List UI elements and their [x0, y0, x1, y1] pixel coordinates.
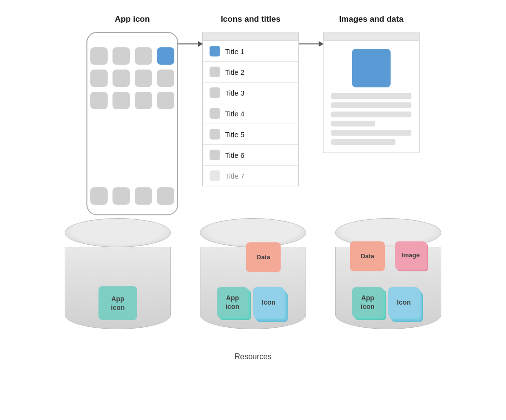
- list-icon-6: [210, 150, 220, 160]
- cylinder-2-contents: Appicon Icon: [200, 287, 306, 322]
- app-icon-9: [90, 92, 108, 109]
- list-header-bar: [203, 32, 298, 41]
- arrow-line-2: [299, 43, 323, 44]
- cylinder-1-contents: Appicon: [65, 286, 170, 320]
- app-icon-2: [112, 47, 130, 65]
- cylinder-1-body: Appicon: [65, 247, 171, 329]
- arrow-1: [178, 43, 202, 44]
- list-icon-7: [210, 170, 220, 181]
- list-label-6: Title 6: [225, 151, 244, 159]
- cylinder-2-wrapper: Data Appicon: [200, 233, 306, 344]
- app-icon-4-active: [157, 47, 174, 65]
- detail-line-4: [331, 121, 375, 126]
- bottom-section: Appicon Data: [10, 233, 496, 344]
- detail-line-2: [331, 102, 411, 108]
- cylinder-1-top: [65, 218, 171, 247]
- dock-icon-2: [112, 187, 130, 205]
- detail-line-3: [331, 112, 411, 117]
- cyl2-appicon-stack: Appicon: [217, 287, 252, 322]
- list-item-6: Title 6: [203, 145, 298, 166]
- list-mockup: Title 1 Title 2 Title 3 Title 4 Title 5: [202, 32, 299, 186]
- phone-dock: [90, 187, 174, 205]
- phone-mockup: [86, 32, 178, 215]
- cyl1-appicon-card: Appicon: [98, 286, 137, 320]
- list-icon-4: [210, 108, 220, 119]
- top-section: App icon: [10, 14, 496, 215]
- cyl2-data-card: Data: [246, 242, 281, 272]
- col3-header: Images and data: [339, 14, 403, 24]
- cyl2-icon-stack: Icon: [254, 287, 289, 322]
- cylinder-3-bottom-cards: Appicon Icon: [336, 287, 441, 322]
- cylinder-3: Data Image Appicon: [335, 233, 441, 344]
- cyl3-icon-stack: Icon: [390, 287, 424, 322]
- cyl3-appicon-stack: Appicon: [352, 287, 387, 322]
- list-item-1: Title 1: [203, 41, 298, 62]
- list-label-3: Title 3: [225, 89, 244, 97]
- detail-line-6: [331, 139, 395, 145]
- app-icon-1: [90, 47, 108, 65]
- dock-icon-1: [90, 187, 108, 205]
- list-icon-3: [210, 87, 220, 98]
- list-label-4: Title 4: [225, 110, 244, 118]
- app-icon-5: [90, 70, 108, 87]
- main-container: App icon: [0, 0, 506, 420]
- app-icon-8: [157, 70, 174, 87]
- list-item-4: Title 4: [203, 103, 298, 124]
- cylinder-2: Data Appicon: [200, 233, 306, 344]
- app-icon-10: [112, 92, 130, 109]
- detail-line-1: [331, 93, 411, 99]
- col1-wrapper: App icon: [86, 14, 178, 215]
- list-label-7: Title 7: [225, 172, 244, 180]
- cylinder-3-body: Data Image Appicon: [335, 247, 441, 329]
- app-icon-6: [112, 70, 130, 87]
- detail-image: [352, 49, 391, 87]
- arrow-2: [299, 43, 323, 44]
- cyl3-image-stack: Image: [388, 241, 426, 271]
- list-icon-2: [210, 67, 220, 77]
- list-item-2: Title 2: [203, 62, 298, 83]
- cylinder-3-top-cards: Data Image: [341, 241, 435, 271]
- cylinder-2-body: Data Appicon: [200, 247, 306, 329]
- list-label-1: Title 1: [225, 47, 244, 56]
- col1-header: App icon: [115, 14, 150, 24]
- list-item-7: Title 7: [203, 166, 298, 186]
- list-label-5: Title 5: [225, 130, 244, 139]
- detail-header-bar: [323, 32, 419, 41]
- app-grid: [90, 47, 174, 109]
- arrow-line-1: [178, 43, 202, 44]
- detail-line-5: [331, 130, 411, 136]
- list-icon-5: [210, 129, 220, 140]
- dock-icon-3: [135, 187, 152, 205]
- detail-lines: [323, 93, 419, 153]
- col3-wrapper: Images and data: [323, 14, 420, 153]
- app-icon-12: [157, 92, 174, 109]
- cyl3-data-card: Data: [350, 241, 385, 271]
- app-icon-3: [135, 47, 152, 65]
- cylinder-1: Appicon: [65, 233, 171, 344]
- detail-mockup: [323, 32, 420, 153]
- list-item-3: Title 3: [203, 83, 298, 103]
- list-item-5: Title 5: [203, 124, 298, 145]
- cylinder-1-wrapper: Appicon: [65, 233, 171, 344]
- list-label-2: Title 2: [225, 68, 244, 76]
- cylinder-3-wrapper: Data Image Appicon: [335, 233, 441, 344]
- app-icon-11: [135, 92, 152, 109]
- resources-label: Resources: [235, 352, 271, 361]
- dock-icon-4: [157, 187, 174, 205]
- col2-wrapper: Icons and titles Title 1 Title 2 Title 3: [202, 14, 299, 186]
- col2-header: Icons and titles: [221, 14, 281, 24]
- app-icon-7: [135, 70, 152, 87]
- list-icon-1: [210, 46, 220, 56]
